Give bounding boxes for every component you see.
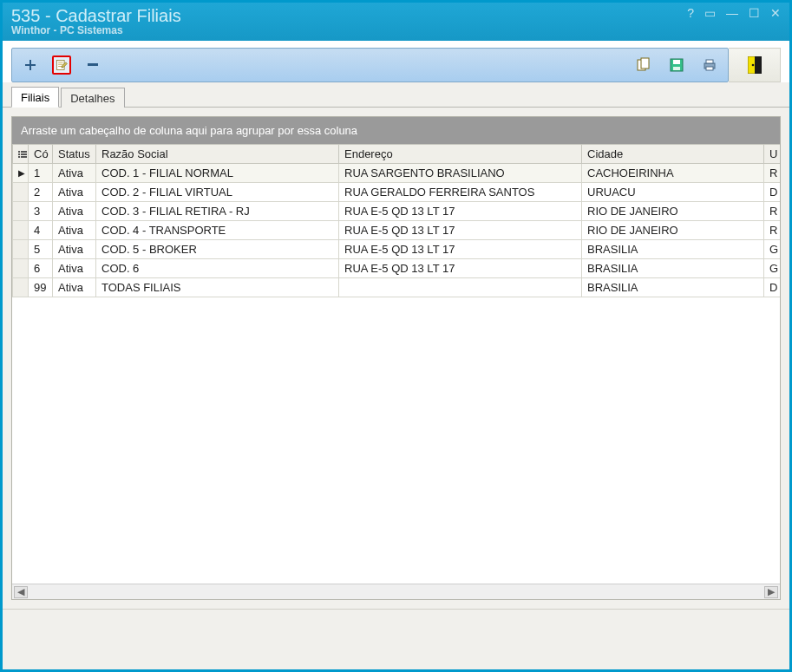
cell-razao: COD. 5 - BROKER bbox=[96, 240, 339, 259]
close-icon[interactable]: ✕ bbox=[770, 6, 781, 20]
save-button[interactable] bbox=[667, 55, 686, 75]
window-subtitle: Winthor - PC Sistemas bbox=[11, 24, 181, 36]
col-tail[interactable]: U bbox=[764, 145, 781, 164]
cell-tail: G bbox=[764, 259, 781, 278]
help-icon[interactable]: ? bbox=[687, 6, 694, 20]
cell-endereco: RUA SARGENTO BRASILIANO bbox=[339, 164, 582, 183]
titlebar: 535 - Cadastrar Filiais Winthor - PC Sis… bbox=[3, 3, 789, 41]
grid-area: Arraste um cabeçalho de coluna aqui para… bbox=[3, 108, 789, 609]
cell-endereco bbox=[339, 278, 582, 297]
table-row[interactable]: 99AtivaTODAS FILIAISBRASILIAD bbox=[13, 278, 781, 297]
restore-icon[interactable]: ▭ bbox=[704, 6, 716, 20]
svg-rect-15 bbox=[18, 153, 20, 155]
copy-icon bbox=[636, 57, 651, 73]
cell-cidade: BRASILIA bbox=[582, 259, 764, 278]
cell-endereco: RUA GERALDO FERREIRA SANTOS bbox=[339, 183, 582, 202]
data-grid[interactable]: Có Status Razão Social Endereço Cidade U… bbox=[12, 144, 780, 297]
col-razao[interactable]: Razão Social bbox=[96, 145, 339, 164]
cell-cod: 5 bbox=[29, 240, 53, 259]
cell-razao: TODAS FILIAIS bbox=[96, 278, 339, 297]
cell-endereco: RUA E-5 QD 13 LT 17 bbox=[339, 240, 582, 259]
edit-page-icon bbox=[56, 57, 68, 73]
window-title: 535 - Cadastrar Filiais bbox=[11, 6, 181, 26]
svg-rect-5 bbox=[673, 60, 680, 64]
cell-endereco: RUA E-5 QD 13 LT 17 bbox=[339, 259, 582, 278]
horizontal-scrollbar[interactable]: ◀ ▶ bbox=[12, 584, 780, 599]
cell-cod: 2 bbox=[29, 183, 53, 202]
print-button[interactable] bbox=[700, 55, 719, 75]
tab-detalhes[interactable]: Detalhes bbox=[61, 88, 124, 108]
svg-rect-14 bbox=[21, 151, 27, 153]
svg-rect-9 bbox=[706, 67, 713, 70]
cell-status: Ativa bbox=[53, 259, 96, 278]
copy-button[interactable] bbox=[634, 55, 653, 75]
exit-button[interactable] bbox=[729, 48, 781, 82]
cell-cidade: BRASILIA bbox=[582, 278, 764, 297]
main-toolbar bbox=[11, 48, 729, 82]
svg-rect-8 bbox=[706, 60, 713, 63]
group-by-bar[interactable]: Arraste um cabeçalho de coluna aqui para… bbox=[12, 117, 780, 144]
svg-rect-16 bbox=[21, 153, 27, 155]
app-window: 535 - Cadastrar Filiais Winthor - PC Sis… bbox=[0, 0, 792, 672]
row-indicator bbox=[13, 259, 29, 278]
table-row[interactable]: ▶1AtivaCOD. 1 - FILIAL NORMALRUA SARGENT… bbox=[13, 164, 781, 183]
cell-tail: R bbox=[764, 164, 781, 183]
exit-icon bbox=[748, 56, 762, 74]
cell-cidade: URUACU bbox=[582, 183, 764, 202]
cell-status: Ativa bbox=[53, 221, 96, 240]
cell-cidade: BRASILIA bbox=[582, 240, 764, 259]
minus-icon bbox=[88, 63, 98, 67]
scroll-left-icon[interactable]: ◀ bbox=[14, 586, 28, 598]
tab-filiais[interactable]: Filiais bbox=[11, 87, 59, 108]
svg-point-12 bbox=[751, 64, 754, 67]
cell-endereco: RUA E-5 QD 13 LT 17 bbox=[339, 221, 582, 240]
col-indicator[interactable] bbox=[13, 145, 29, 164]
edit-button[interactable] bbox=[52, 55, 71, 75]
list-icon bbox=[18, 150, 27, 159]
table-row[interactable]: 5AtivaCOD. 5 - BROKERRUA E-5 QD 13 LT 17… bbox=[13, 240, 781, 259]
cell-status: Ativa bbox=[53, 278, 96, 297]
minimize-icon[interactable]: — bbox=[726, 6, 738, 20]
diskette-icon bbox=[669, 57, 684, 73]
cell-cidade: RIO DE JANEIRO bbox=[582, 202, 764, 221]
table-row[interactable]: 3AtivaCOD. 3 - FILIAL RETIRA - RJRUA E-5… bbox=[13, 202, 781, 221]
add-button[interactable] bbox=[21, 55, 40, 75]
svg-rect-1 bbox=[88, 63, 98, 66]
maximize-icon[interactable]: ☐ bbox=[749, 6, 760, 20]
cell-cod: 99 bbox=[29, 278, 53, 297]
cell-razao: COD. 2 - FILIAL VIRTUAL bbox=[96, 183, 339, 202]
cell-status: Ativa bbox=[53, 202, 96, 221]
row-indicator: ▶ bbox=[13, 164, 29, 183]
cell-razao: COD. 3 - FILIAL RETIRA - RJ bbox=[96, 202, 339, 221]
cell-tail: R bbox=[764, 221, 781, 240]
remove-button[interactable] bbox=[83, 55, 102, 75]
row-indicator bbox=[13, 240, 29, 259]
row-indicator bbox=[13, 221, 29, 240]
col-cod[interactable]: Có bbox=[29, 145, 53, 164]
col-cidade[interactable]: Cidade bbox=[582, 145, 764, 164]
svg-rect-13 bbox=[18, 151, 20, 153]
cell-status: Ativa bbox=[53, 240, 96, 259]
svg-rect-17 bbox=[18, 156, 20, 158]
table-row[interactable]: 6AtivaCOD. 6RUA E-5 QD 13 LT 17BRASILIAG bbox=[13, 259, 781, 278]
cell-cod: 1 bbox=[29, 164, 53, 183]
row-indicator bbox=[13, 202, 29, 221]
cell-tail: D bbox=[764, 183, 781, 202]
cell-razao: COD. 4 - TRANSPORTE bbox=[96, 221, 339, 240]
tabbar: Filiais Detalhes bbox=[3, 82, 789, 108]
cell-cod: 3 bbox=[29, 202, 53, 221]
svg-rect-11 bbox=[755, 56, 762, 74]
plus-icon bbox=[25, 60, 36, 70]
cell-endereco: RUA E-5 QD 13 LT 17 bbox=[339, 202, 582, 221]
client-area: Filiais Detalhes Arraste um cabeçalho de… bbox=[3, 41, 789, 669]
col-status[interactable]: Status bbox=[53, 145, 96, 164]
cell-cod: 6 bbox=[29, 259, 53, 278]
col-endereco[interactable]: Endereço bbox=[339, 145, 582, 164]
scroll-right-icon[interactable]: ▶ bbox=[764, 586, 778, 598]
cell-razao: COD. 1 - FILIAL NORMAL bbox=[96, 164, 339, 183]
cell-razao: COD. 6 bbox=[96, 259, 339, 278]
svg-rect-18 bbox=[21, 156, 27, 158]
table-row[interactable]: 2AtivaCOD. 2 - FILIAL VIRTUALRUA GERALDO… bbox=[13, 183, 781, 202]
printer-icon bbox=[702, 57, 717, 73]
table-row[interactable]: 4AtivaCOD. 4 - TRANSPORTERUA E-5 QD 13 L… bbox=[13, 221, 781, 240]
